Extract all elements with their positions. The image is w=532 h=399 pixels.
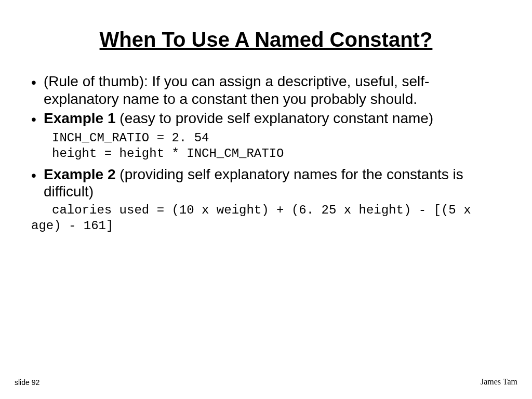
code-block: calories used = (10 x weight) + (6. 25 x… [31,203,504,234]
code-line: INCH_CM_RATIO = 2. 54 [52,131,209,145]
code-line: height = height * INCH_CM_RATIO [52,147,284,161]
bullet-item: • (Rule of thumb): If you can assign a d… [31,73,504,108]
bullet-text: (Rule of thumb): If you can assign a des… [44,73,504,108]
code-block: INCH_CM_RATIO = 2. 54 height = height * … [52,130,504,162]
example-label: Example 1 [44,110,116,126]
bullet-item: • Example 1 (easy to provide self explan… [31,110,504,128]
bullet-dot-icon: • [31,166,44,184]
bullet-dot-icon: • [31,110,44,128]
author-name: James Tam [481,377,517,387]
bullet-text: Example 1 (easy to provide self explanat… [44,110,504,127]
slide-title: When To Use A Named Constant? [0,28,532,51]
slide: When To Use A Named Constant? • (Rule of… [0,0,532,399]
slide-number: slide 92 [15,378,39,387]
bullet-dot-icon: • [31,73,44,91]
example-label: Example 2 [44,166,116,182]
example-desc: (easy to provide self explanatory consta… [116,110,434,126]
slide-body: • (Rule of thumb): If you can assign a d… [31,73,504,238]
bullet-item: • Example 2 (providing self explanatory … [31,166,504,201]
bullet-text: Example 2 (providing self explanatory na… [44,166,504,201]
